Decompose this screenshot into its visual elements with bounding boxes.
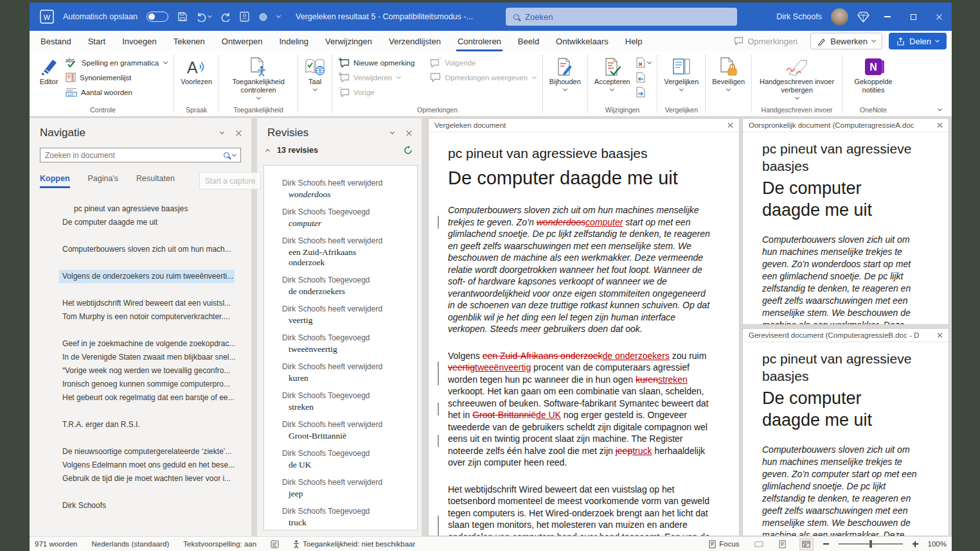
refresh-icon[interactable] [404, 146, 413, 155]
language-button[interactable]: Taal [301, 54, 328, 105]
heading-item[interactable]: Dirk Schoofs [30, 499, 251, 512]
close-button[interactable] [926, 3, 952, 31]
undo-button[interactable] [197, 12, 211, 22]
revised-document-content[interactable]: pc pineut van agressieve baasjes De comp… [743, 342, 949, 536]
read-mode-button[interactable] [752, 538, 766, 550]
heading-item[interactable]: Het webtijdschrift Wired beweert dat een… [30, 297, 251, 310]
nav-tab-resultaten[interactable]: Resultaten [136, 174, 175, 188]
compared-document-content[interactable]: pc pineut van agressieve baasjes De comp… [429, 132, 739, 536]
previous-comment-button[interactable]: Vorige [335, 85, 418, 100]
linked-notes-button[interactable]: N Gekoppelde notities [846, 54, 901, 105]
heading-item[interactable]: T.R.A. erger dan R.S.I. [30, 418, 251, 432]
proofing-icon[interactable] [271, 540, 279, 548]
zoom-in-button[interactable] [913, 541, 918, 547]
tab-invoegen[interactable]: Invoegen [114, 31, 165, 51]
show-comments-button[interactable]: Opmerkingen weergeven [427, 70, 539, 85]
revision-item[interactable]: Dirk Schoofs Toegevoegdtweeënveertig [282, 333, 413, 354]
contact-card-icon[interactable] [240, 12, 249, 22]
document-search-input[interactable] [45, 151, 220, 160]
revision-item[interactable]: Dirk Schoofs heeft verwijderdveertig [282, 304, 413, 326]
revision-item[interactable]: Dirk Schoofs Toegevoegdde UK [282, 449, 413, 470]
revision-item[interactable]: Dirk Schoofs heeft verwijderdkuren [282, 362, 413, 383]
minimize-button[interactable] [875, 3, 900, 31]
tab-controleren[interactable]: Controleren [449, 31, 510, 51]
heading-item[interactable]: Het gebeurt ook regelmatig dat een barst… [30, 391, 251, 405]
heading-item[interactable]: Volgens Edelmann moet ons geduld en het … [30, 459, 251, 472]
text-prediction-status[interactable]: Tekstvoorspelling: aan [183, 540, 256, 548]
print-layout-button[interactable] [776, 538, 790, 550]
editing-mode-button[interactable]: Bewerken [810, 33, 882, 49]
close-navigation-icon[interactable] [235, 130, 242, 137]
heading-item[interactable]: Gebruik de tijd die je moet wachten liev… [30, 472, 251, 485]
share-button[interactable]: Delen [889, 33, 947, 49]
close-revised-icon[interactable] [936, 332, 943, 338]
tab-bestand[interactable]: Bestand [32, 31, 80, 51]
heading-item[interactable]: Ironisch genoeg kunnen sommige computerp… [30, 378, 251, 391]
heading-item[interactable]: Geef in je zoekmachine de volgende zoeko… [30, 337, 251, 351]
heading-item[interactable]: Tom Murphy is een notoir computerverkrac… [30, 310, 251, 324]
start-capture-button[interactable]: Start a capture [199, 172, 261, 189]
more-commands-icon[interactable] [276, 13, 281, 18]
tab-verzendlijsten[interactable]: Verzendlijsten [380, 31, 449, 51]
nav-tab-koppen[interactable]: Koppen [40, 174, 70, 188]
web-layout-button[interactable] [799, 538, 814, 550]
revision-item[interactable]: Dirk Schoofs Toegevoegdcomputer [282, 207, 413, 229]
heading-item[interactable]: De nieuwsoortige computergerelateerde ‘z… [30, 445, 251, 459]
accept-button[interactable]: Accepteren [591, 54, 634, 105]
tab-verwijzingen[interactable]: Verwijzingen [317, 31, 380, 51]
close-revisions-icon[interactable] [405, 130, 413, 137]
spelling-grammar-button[interactable]: abc Spelling en grammatica [62, 55, 170, 70]
nav-tab-paginas[interactable]: Pagina's [88, 174, 119, 188]
new-comment-button[interactable]: Nieuwe opmerking [335, 55, 418, 70]
undo-dropdown-icon[interactable] [208, 13, 212, 18]
heading-item[interactable]: De computer daagde me uit [30, 216, 251, 229]
search-icon[interactable] [224, 152, 229, 158]
previous-change-button[interactable] [636, 71, 651, 84]
p^ane-options-icon[interactable] [220, 130, 224, 134]
compare-button[interactable]: Vergelijken [661, 54, 702, 105]
collapse-ribbon-icon[interactable] [938, 107, 942, 111]
heading-item[interactable]: “Vorige week nog werden we toevallig gec… [30, 364, 251, 378]
tab-ontwerpen[interactable]: Ontwerpen [213, 31, 271, 51]
heading-item[interactable]: In de Verenigde Staten zwaait men blijkb… [30, 351, 251, 364]
revision-item[interactable]: Dirk Schoofs Toegevoegdstreken [282, 391, 413, 412]
document-search-box[interactable] [40, 148, 241, 162]
original-document-content[interactable]: pc pineut van agressieve baasjes De comp… [743, 132, 949, 324]
maximize-button[interactable] [900, 3, 926, 31]
next-comment-button[interactable]: Volgende [427, 55, 539, 70]
avatar[interactable] [831, 8, 848, 26]
redo-icon[interactable] [220, 12, 231, 22]
language-status[interactable]: Nederlands (standaard) [92, 540, 170, 548]
focus-mode-button[interactable]: Focus [709, 540, 739, 548]
heading-item-selected[interactable]: Volgens de onderzoekers zou ruim tweeënv… [59, 270, 235, 283]
zoom-slider-thumb[interactable] [869, 540, 872, 548]
comments-button[interactable]: Opmerkingen [727, 34, 804, 49]
zoom-out-button[interactable] [823, 543, 829, 545]
search-box[interactable]: Zoeken [506, 8, 737, 26]
tab-beeld[interactable]: Beeld [510, 31, 548, 51]
reject-change-button[interactable] [636, 56, 651, 69]
zoom-slider[interactable] [839, 543, 903, 545]
heading-item[interactable]: pc pineut van agressieve baasjes [30, 202, 251, 216]
read-aloud-button[interactable]: A Voorlezen [177, 54, 215, 105]
autosave-toggle[interactable] [147, 12, 168, 22]
zoom-level[interactable]: 100% [928, 540, 947, 548]
tab-indeling[interactable]: Indeling [271, 31, 317, 51]
revision-item[interactable]: Dirk Schoofs heeft verwijderdeen Zuid-Af… [282, 236, 413, 268]
accessibility-status[interactable]: Toegankelijkheid: niet beschikbaar [293, 540, 415, 548]
revision-item[interactable]: Dirk Schoofs heeft verwijderdjeep [282, 478, 413, 499]
tab-help[interactable]: Help [617, 31, 651, 51]
close-compared-icon[interactable] [727, 122, 733, 128]
collapse-revisions-icon[interactable] [265, 149, 270, 153]
word-count-status[interactable]: 971 woorden [35, 540, 78, 548]
close-original-icon[interactable] [936, 122, 943, 128]
revision-item[interactable]: Dirk Schoofs Toegevoegdde onderzoekers [282, 276, 413, 297]
presence-circle-icon[interactable] [258, 12, 268, 22]
search-options-icon[interactable] [232, 152, 236, 156]
delete-comment-button[interactable]: Verwijderen [335, 70, 418, 85]
protect-button[interactable]: Beveiligen [709, 54, 748, 105]
revision-item[interactable]: Dirk Schoofs heeft verwijderdwonderdoos [282, 179, 413, 200]
tab-tekenen[interactable]: Tekenen [165, 31, 213, 51]
word-count-button[interactable]: 123 Aantal woorden [62, 85, 170, 100]
revision-item[interactable]: Dirk Schoofs heeft verwijderdGroot-Britt… [282, 420, 413, 441]
